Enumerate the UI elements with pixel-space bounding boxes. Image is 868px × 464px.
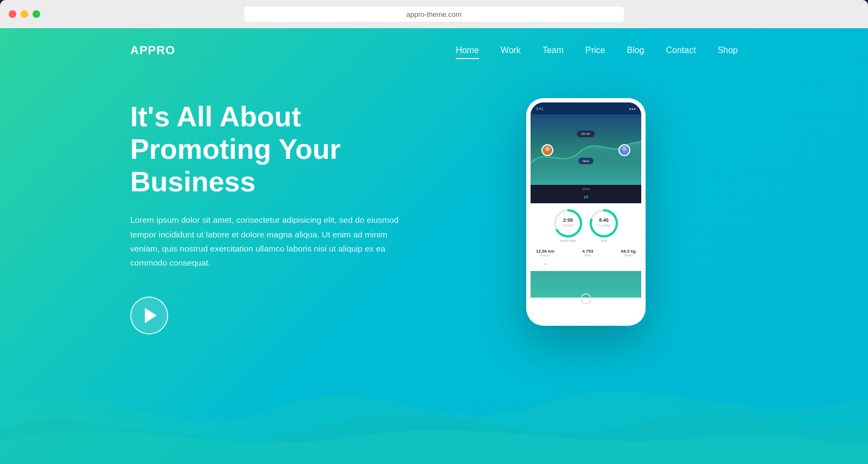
metric-weight: 68,5 kg Weight <box>621 249 636 267</box>
phone-dot-indicators <box>526 317 646 319</box>
website-wrapper: APPRO Home Work Team Price Blog Contact … <box>0 28 868 464</box>
svg-text:2:56: 2:56 <box>563 217 573 223</box>
metric-weight-label: Weight <box>621 254 636 257</box>
nav-item-home[interactable]: Home <box>456 46 479 55</box>
hero-section: It's All About Promoting Your Business L… <box>0 68 868 334</box>
dot-2 <box>591 317 595 319</box>
dot-3 <box>598 317 601 319</box>
nav-item-blog[interactable]: Blog <box>627 46 644 55</box>
svg-text:8.45: 8.45 <box>599 217 609 223</box>
browser-chrome: appro-theme.com <box>0 0 868 28</box>
nav-link-blog[interactable]: Blog <box>627 46 644 55</box>
close-button[interactable] <box>9 10 16 18</box>
hero-text-block: It's All About Promoting Your Business L… <box>130 101 434 334</box>
address-bar[interactable]: appro-theme.com <box>244 7 624 22</box>
gauge-2-label: Run <box>588 239 620 242</box>
hero-description: Lorem ipsum dolor sit amet, consectetur … <box>130 213 412 270</box>
nav-link-price[interactable]: Price <box>585 46 605 55</box>
phone-badge: 28.34° <box>577 131 595 137</box>
url-text: appro-theme.com <box>406 10 462 18</box>
svg-text:CALORIES: CALORIES <box>597 224 611 227</box>
play-icon <box>145 308 157 323</box>
gauge-1-svg: 2:56 HOURS <box>552 208 584 239</box>
phone-map-area: 28.34° Now <box>531 114 641 185</box>
nav-link-work[interactable]: Work <box>501 46 521 55</box>
metric-steps-val: 4.753 <box>582 249 593 254</box>
phone-gauges: 2:56 HOURS Active time 8.45 <box>531 203 641 247</box>
phone-stat-trips-label: TRIPS <box>531 188 641 191</box>
svg-text:HOURS: HOURS <box>563 224 573 227</box>
gauge-1-wrapper: 2:56 HOURS Active time <box>552 208 584 242</box>
nav-item-contact[interactable]: Contact <box>666 46 695 55</box>
metric-distance-arrow: ▲ <box>544 262 546 265</box>
phone-home-button[interactable] <box>580 293 591 304</box>
metric-distance: 12,56 km Distance ▲ <box>536 249 554 267</box>
phone-mockup: 9:41 ●●● <box>526 98 646 326</box>
nav-item-price[interactable]: Price <box>585 46 605 55</box>
gauge-2-svg: 8.45 CALORIES <box>588 208 620 239</box>
metric-steps: 4.753 Steps <box>582 249 593 267</box>
svg-point-0 <box>545 147 550 151</box>
metric-weight-val: 68,5 kg <box>621 249 636 254</box>
nav-item-shop[interactable]: Shop <box>718 46 738 55</box>
dot-1 <box>585 317 588 319</box>
play-button[interactable] <box>130 297 168 334</box>
phone-screen: 9:41 ●●● <box>531 102 641 298</box>
phone-time: 9:41 <box>536 107 544 111</box>
phone-stats-bar: TRIPS 10 <box>531 185 641 203</box>
phone-signal: ●●● <box>629 107 636 111</box>
phone-stat-trips-val: 10 <box>584 195 589 199</box>
dot-active <box>571 317 582 319</box>
nav-link-contact[interactable]: Contact <box>666 46 695 55</box>
phone-top-bar: 9:41 ●●● <box>531 102 641 114</box>
minimize-button[interactable] <box>21 10 28 18</box>
metric-distance-label: Distance <box>536 254 554 257</box>
svg-point-2 <box>622 147 627 151</box>
nav-item-team[interactable]: Team <box>542 46 564 55</box>
site-logo[interactable]: APPRO <box>130 43 175 57</box>
phone-stat-trips: TRIPS 10 <box>531 188 641 201</box>
phone-screen-inner: 9:41 ●●● <box>531 102 641 298</box>
hero-title: It's All About Promoting Your Business <box>130 101 434 198</box>
nav-link-team[interactable]: Team <box>542 46 564 55</box>
phone-metrics: 12,56 km Distance ▲ 4.753 Steps 68,5 kg … <box>531 247 641 271</box>
phone-container: 9:41 ●●● <box>434 98 738 326</box>
maximize-button[interactable] <box>33 10 40 18</box>
nav-item-work[interactable]: Work <box>501 46 521 55</box>
gauge-1-label: Active time <box>552 239 584 242</box>
nav-links: Home Work Team Price Blog Contact Shop <box>456 46 738 55</box>
metric-steps-label: Steps <box>582 254 593 257</box>
navbar: APPRO Home Work Team Price Blog Contact … <box>0 28 868 68</box>
phone-center-bubble: Now <box>578 158 593 164</box>
gauge-2-wrapper: 8.45 CALORIES Run <box>588 208 620 242</box>
metric-distance-val: 12,56 km <box>536 249 554 254</box>
nav-link-shop[interactable]: Shop <box>718 46 738 55</box>
nav-link-home[interactable]: Home <box>456 46 479 55</box>
